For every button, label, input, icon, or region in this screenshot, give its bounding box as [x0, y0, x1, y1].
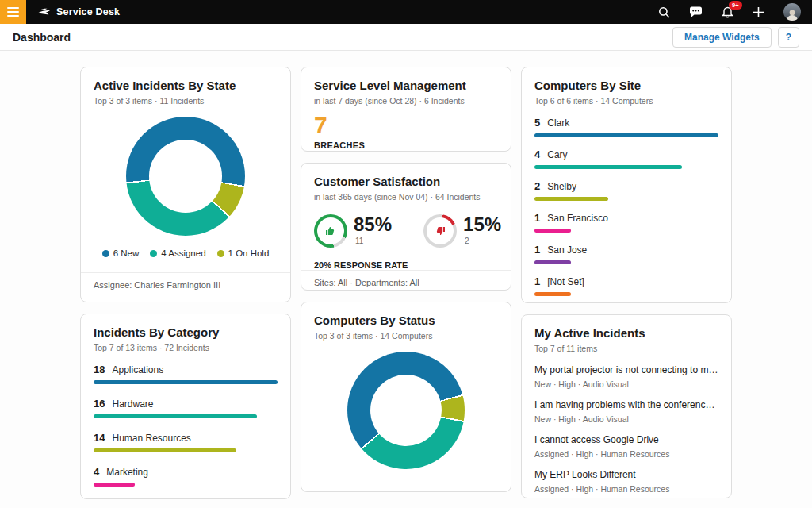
column-1: Active Incidents By State Top 3 of 3 ite…: [80, 67, 291, 499]
incident-link[interactable]: My portal projector is not connecting to…: [534, 364, 718, 376]
column-3: Computers By Site Top 6 of 6 items · 14 …: [521, 67, 732, 499]
help-button[interactable]: ?: [778, 27, 799, 48]
chat-icon[interactable]: [689, 6, 703, 18]
bar-label: Applications: [112, 364, 163, 375]
bar-fill: [534, 165, 682, 169]
widget-subtitle: Top 7 of 11 items: [534, 344, 718, 353]
bar-fill: [94, 414, 257, 418]
incident-link[interactable]: I am having problems with the conference…: [534, 399, 718, 411]
bar-label: Cary: [547, 149, 567, 160]
bar-fill: [534, 197, 608, 201]
widget-title: My Active Incidents: [534, 326, 718, 340]
bar-row[interactable]: 1San Jose: [534, 244, 718, 264]
bar-value: 1: [534, 275, 540, 287]
page-header: Dashboard Manage Widgets ?: [0, 24, 812, 51]
incident-link[interactable]: My ERP Looks Different: [534, 469, 718, 481]
breaches-label: BREACHES: [314, 140, 498, 150]
site-bar-chart: 5Clark 4Cary 2Shelby 1San Francisco 1San…: [534, 117, 718, 296]
computers-by-status-donut-chart: [347, 352, 465, 469]
manage-widgets-button[interactable]: Manage Widgets: [672, 27, 772, 48]
avatar[interactable]: [783, 3, 801, 21]
notification-badge: 9+: [729, 1, 742, 10]
notifications-icon[interactable]: 9+: [722, 6, 733, 18]
widget-title: Customer Satisfaction: [314, 175, 498, 188]
bar-value: 4: [94, 466, 99, 478]
bar-fill: [534, 133, 718, 137]
bar-row[interactable]: 4Cary: [534, 148, 718, 169]
dissatisfied-stat: 15% 2: [423, 214, 501, 248]
menu-icon[interactable]: [0, 0, 26, 24]
dissatisfied-count: 2: [465, 237, 501, 245]
widget-incidents-by-category: Incidents By Category Top 7 of 13 items …: [80, 314, 291, 499]
page-title: Dashboard: [13, 31, 71, 44]
widget-computers-by-site: Computers By Site Top 6 of 6 items · 14 …: [521, 67, 732, 303]
widget-title: Service Level Management: [314, 79, 498, 92]
thumbs-up-icon: [325, 225, 336, 237]
bar-label: Clark: [547, 117, 569, 129]
bar-row[interactable]: 2Shelby: [534, 180, 718, 201]
bar-label: [Not Set]: [547, 276, 584, 287]
add-icon[interactable]: [753, 6, 764, 18]
legend-item-new[interactable]: 6 New: [102, 248, 140, 258]
widget-title: Incidents By Category: [94, 325, 278, 339]
bar-value: 4: [534, 148, 540, 160]
bar-row[interactable]: 18Applications: [94, 364, 278, 384]
category-bar-chart: 18Applications 16Hardware 14Human Resour…: [94, 364, 278, 487]
bar-value: 16: [94, 398, 105, 410]
satisfied-stat: 85% 11: [314, 214, 392, 248]
incident-meta: Assigned · High · Human Resources: [534, 484, 718, 494]
bar-fill: [94, 448, 236, 452]
legend-dot: [217, 250, 224, 257]
widget-title: Computers By Site: [534, 79, 718, 92]
widget-subtitle: Top 7 of 13 items · 72 Incidents: [94, 343, 278, 352]
incident-list: My portal projector is not connecting to…: [534, 364, 718, 494]
bar-fill: [94, 380, 278, 384]
top-bar: Service Desk 9+: [0, 0, 812, 24]
bar-fill: [534, 260, 571, 264]
breaches-count: 7: [314, 114, 498, 137]
satisfied-count: 11: [355, 237, 392, 245]
bar-row[interactable]: 16Hardware: [94, 398, 278, 418]
widget-active-incidents-by-state: Active Incidents By State Top 3 of 3 ite…: [80, 67, 291, 302]
app-title: Service Desk: [56, 6, 120, 17]
bar-label: Human Resources: [112, 433, 190, 444]
legend-label: 1 On Hold: [228, 248, 270, 258]
response-rate: 20% RESPONSE RATE: [314, 260, 498, 270]
app-logo-icon: [37, 6, 51, 17]
bar-row[interactable]: 5Clark: [534, 117, 718, 137]
bar-row[interactable]: 14Human Resources: [94, 432, 278, 452]
bar-row[interactable]: 4Marketing: [94, 466, 278, 487]
widget-subtitle: in last 7 days (since Oct 28) · 6 Incide…: [314, 96, 498, 106]
bar-row[interactable]: 1[Not Set]: [534, 275, 718, 296]
widget-footer-assignee: Assignee: Charles Farmington III: [81, 272, 290, 291]
widget-title: Computers By Status: [314, 314, 498, 327]
legend-item-assigned[interactable]: 4 Assigned: [150, 248, 205, 258]
bar-label: Shelby: [547, 181, 576, 192]
legend-label: 4 Assigned: [161, 248, 205, 258]
app-brand: Service Desk: [37, 6, 120, 17]
bar-row[interactable]: 1San Francisco: [534, 212, 718, 233]
widget-my-active-incidents: My Active Incidents Top 7 of 11 items My…: [521, 314, 732, 498]
legend-item-on-hold[interactable]: 1 On Hold: [217, 248, 270, 258]
bar-fill: [534, 292, 571, 296]
list-item: My ERP Looks Different Assigned · High ·…: [534, 469, 718, 494]
bar-fill: [94, 483, 135, 487]
satisfied-ring-chart: [314, 214, 347, 248]
search-icon[interactable]: [658, 6, 670, 18]
list-item: I am having problems with the conference…: [534, 399, 718, 424]
bar-value: 18: [94, 364, 105, 375]
dissatisfied-percent: 15%: [463, 214, 501, 235]
bar-label: San Jose: [547, 244, 587, 256]
widget-service-level-management: Service Level Management in last 7 days …: [301, 67, 511, 152]
widget-title: Active Incidents By State: [94, 79, 278, 92]
bar-fill: [534, 229, 571, 233]
incident-link[interactable]: I cannot access Google Drive: [534, 434, 718, 446]
bar-label: Marketing: [106, 467, 148, 478]
widget-computers-by-status: Computers By Status Top 3 of 3 items · 1…: [301, 302, 511, 492]
incident-meta: Assigned · High · Human Resources: [534, 449, 718, 459]
satisfied-percent: 85%: [354, 214, 392, 235]
widget-subtitle: in last 365 days (since Nov 04) · 64 Inc…: [314, 192, 498, 202]
widget-subtitle: Top 3 of 3 items · 11 Incidents: [94, 96, 278, 106]
incident-meta: New · High · Audio Visual: [534, 414, 718, 424]
incident-meta: New · High · Audio Visual: [534, 379, 718, 389]
